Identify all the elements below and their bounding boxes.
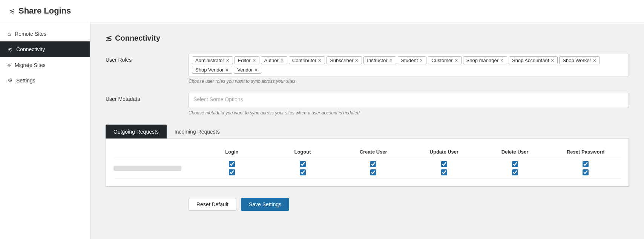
user-metadata-field: Select Some Options Choose metadata you … — [189, 93, 629, 116]
tag-remove[interactable]: ✕ — [254, 68, 258, 72]
reset-checkbox-2[interactable] — [583, 169, 589, 175]
tags-container[interactable]: Administrator✕Editor✕Author✕Contributor✕… — [189, 54, 629, 76]
tag-remove[interactable]: ✕ — [280, 58, 284, 63]
role-tag: Author✕ — [261, 56, 287, 64]
tag-label: Customer — [431, 58, 452, 63]
tag-remove[interactable]: ✕ — [318, 58, 322, 63]
update-checkbox-2[interactable] — [441, 169, 447, 175]
layout: ⌂ Remote Sites ≲ Connectivity ⎆ Migrate … — [0, 22, 644, 239]
user-roles-row: User Roles Administrator✕Editor✕Author✕C… — [106, 54, 629, 84]
create-cell — [338, 161, 409, 175]
sidebar-item-remote-sites[interactable]: ⌂ Remote Sites — [0, 26, 90, 41]
tag-remove[interactable]: ✕ — [500, 58, 504, 63]
tabs-header: Outgoing Requests Incoming Requests — [106, 125, 629, 139]
login-cell — [196, 161, 267, 175]
sidebar-item-migrate-sites[interactable]: ⎆ Migrate Sites — [0, 57, 90, 73]
user-metadata-row: User Metadata Select Some Options Choose… — [106, 93, 629, 116]
tag-remove[interactable]: ✕ — [226, 58, 230, 63]
section-share-icon: ≲ — [106, 33, 112, 43]
sidebar-item-connectivity[interactable]: ≲ Connectivity — [0, 41, 90, 57]
tag-label: Shop manager — [466, 58, 498, 63]
reset-checkbox-1[interactable] — [583, 161, 589, 167]
col-delete-header: Delete User — [480, 149, 550, 155]
create-checkbox-1[interactable] — [370, 161, 376, 167]
reset-checkboxes — [583, 161, 589, 175]
sidebar-item-label: Connectivity — [16, 46, 45, 52]
col-update-header: Update User — [409, 149, 480, 155]
tag-label: Shop Accountant — [512, 58, 549, 63]
user-metadata-hint: Choose metadata you want to sync across … — [189, 110, 629, 116]
tag-label: Administrator — [195, 58, 224, 63]
sidebar-item-settings[interactable]: ⚙ Settings — [0, 73, 90, 88]
tag-remove[interactable]: ✕ — [225, 68, 229, 72]
tag-remove[interactable]: ✕ — [550, 58, 554, 63]
create-checkbox-2[interactable] — [370, 169, 376, 175]
logout-checkbox-1[interactable] — [300, 161, 306, 167]
tag-label: Shop Vendor — [195, 67, 224, 73]
tag-remove[interactable]: ✕ — [355, 58, 359, 63]
sidebar-item-label: Settings — [16, 78, 35, 84]
actions-row: Reset Default Save Settings — [106, 198, 629, 211]
delete-checkbox-1[interactable] — [512, 161, 518, 167]
delete-checkbox-2[interactable] — [512, 169, 518, 175]
user-metadata-placeholder: Select Some Options — [193, 96, 243, 102]
login-checkbox-1[interactable] — [229, 161, 235, 167]
login-checkbox-2[interactable] — [229, 169, 235, 175]
user-roles-label: User Roles — [106, 54, 189, 63]
tag-label: Shop Worker — [563, 58, 591, 63]
save-settings-button[interactable]: Save Settings — [241, 198, 289, 211]
tag-remove[interactable]: ✕ — [252, 58, 256, 63]
site-placeholder — [113, 166, 181, 171]
tag-remove[interactable]: ✕ — [454, 58, 458, 63]
main-content: ≲ Connectivity User Roles Administrator✕… — [90, 22, 644, 239]
tag-remove[interactable]: ✕ — [593, 58, 596, 63]
tag-label: Instructor — [367, 58, 387, 63]
logout-cell — [267, 161, 338, 175]
delete-checkboxes — [512, 161, 518, 175]
role-tag: Instructor✕ — [363, 56, 396, 64]
tag-remove[interactable]: ✕ — [419, 58, 423, 63]
requests-table: Login Logout Create User Update User Del… — [113, 146, 621, 179]
page-title: Share Logins — [18, 6, 71, 16]
reset-default-button[interactable]: Reset Default — [189, 198, 236, 211]
tag-label: Author — [264, 58, 279, 63]
role-tag: Vendor✕ — [234, 66, 261, 74]
col-create-header: Create User — [338, 149, 409, 155]
role-tag: Customer✕ — [428, 56, 461, 64]
tag-label: Contributor — [292, 58, 316, 63]
tag-label: Vendor — [237, 67, 253, 73]
col-reset-header: Reset Password — [550, 149, 621, 155]
delete-cell — [480, 161, 550, 175]
logout-checkbox-2[interactable] — [300, 169, 306, 175]
logout-checkboxes — [300, 161, 306, 175]
role-tag: Subscriber✕ — [327, 56, 362, 64]
tab-outgoing[interactable]: Outgoing Requests — [106, 125, 167, 139]
sidebar: ⌂ Remote Sites ≲ Connectivity ⎆ Migrate … — [0, 22, 90, 239]
role-tag: Student✕ — [398, 56, 427, 64]
update-checkboxes — [441, 161, 447, 175]
reset-cell — [550, 161, 621, 175]
user-roles-field: Administrator✕Editor✕Author✕Contributor✕… — [189, 54, 629, 84]
network-icon: ⌂ — [8, 30, 11, 37]
col-login-header: Login — [196, 149, 267, 155]
col-logout-header: Logout — [267, 149, 338, 155]
tag-remove[interactable]: ✕ — [389, 58, 393, 63]
sidebar-item-label: Remote Sites — [15, 31, 46, 37]
update-cell — [409, 161, 480, 175]
update-checkbox-1[interactable] — [441, 161, 447, 167]
tab-content: Login Logout Create User Update User Del… — [106, 139, 629, 187]
tabs-container: Outgoing Requests Incoming Requests Logi… — [106, 125, 629, 187]
user-metadata-label: User Metadata — [106, 93, 189, 102]
role-tag: Shop manager✕ — [463, 56, 507, 64]
table-header-row: Login Logout Create User Update User Del… — [113, 146, 621, 158]
user-roles-hint: Choose user roles you want to sync acros… — [189, 79, 629, 84]
migrate-icon: ⎆ — [8, 62, 11, 68]
role-tag: Shop Accountant✕ — [509, 56, 558, 64]
table-row — [113, 158, 621, 179]
tab-incoming[interactable]: Incoming Requests — [167, 125, 228, 139]
share-icon: ≲ — [8, 46, 12, 53]
user-metadata-select[interactable]: Select Some Options — [189, 93, 629, 108]
sidebar-item-label: Migrate Sites — [15, 62, 46, 68]
share-icon: ≲ — [9, 7, 15, 15]
role-tag: Shop Vendor✕ — [192, 66, 232, 74]
